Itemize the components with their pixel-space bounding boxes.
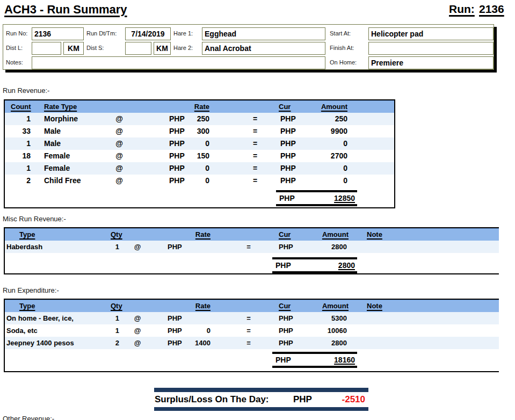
table-row: Haberdash 1 @ PHP = PHP 2800 bbox=[5, 241, 499, 253]
table-row: Jeepney 1400 pesos 2 @ PHP 1400 = PHP 28… bbox=[5, 337, 499, 349]
run-details-form: Run No: 2136 Run Dt/Tm: 7/14/2019 Hare 1… bbox=[3, 24, 494, 70]
misc-revenue-total-row: PHP 2800 bbox=[272, 257, 357, 273]
at-symbol: @ bbox=[130, 312, 144, 324]
equals-symbol: = bbox=[250, 162, 260, 175]
type-header: Type bbox=[19, 301, 35, 312]
note-header: Note bbox=[367, 229, 382, 240]
surplus-label: Surplus/Loss On The Day: bbox=[155, 392, 269, 407]
qty-cell: 1 bbox=[91, 241, 119, 253]
hare2-field[interactable]: Anal Acrobat bbox=[202, 42, 325, 55]
on-home-field[interactable]: Premiere bbox=[368, 56, 494, 69]
expenditure-header-row: Type Qty Rate Cur Amount Note bbox=[5, 300, 499, 312]
hare1-field[interactable]: Egghead bbox=[202, 27, 325, 40]
misc-revenue-section-label: Misc Run Revenue:- bbox=[3, 215, 66, 223]
at-symbol: @ bbox=[130, 241, 144, 253]
currency-cell: PHP bbox=[279, 337, 293, 349]
run-summary-report: ACH3 - Run Summary Run: 2136 Run No: 213… bbox=[0, 0, 515, 420]
count-cell: 18 bbox=[6, 150, 31, 162]
at-symbol: @ bbox=[130, 337, 144, 349]
qty-cell: 1 bbox=[91, 312, 119, 324]
at-symbol: @ bbox=[130, 324, 144, 337]
equals-symbol: = bbox=[243, 241, 254, 253]
dist-s-field[interactable] bbox=[125, 42, 151, 55]
total-currency: PHP bbox=[275, 259, 291, 271]
dist-s-unit: KM bbox=[154, 42, 171, 55]
finish-at-label: Finish At: bbox=[330, 45, 354, 51]
rate-cell: 0 bbox=[186, 162, 209, 175]
amount-cell: 10060 bbox=[295, 324, 347, 337]
misc-revenue-table: Type Qty Rate Cur Amount Note Haberdash … bbox=[4, 227, 499, 274]
rate-currency-cell: PHP bbox=[169, 125, 185, 137]
run-label: Run: bbox=[449, 3, 475, 16]
expenditure-table: Type Qty Rate Cur Amount Note On home - … bbox=[4, 299, 499, 372]
equals-symbol: = bbox=[250, 175, 260, 187]
equals-symbol: = bbox=[250, 150, 260, 162]
rate-currency-cell: PHP bbox=[169, 175, 185, 187]
dist-s-label: Dist S: bbox=[86, 45, 104, 51]
total-amount: 18160 bbox=[334, 354, 355, 366]
rate-cell: 0 bbox=[186, 175, 209, 187]
type-cell: Jeepney 1400 pesos bbox=[6, 337, 74, 349]
amount-cell: 0 bbox=[295, 162, 347, 175]
currency-cell: PHP bbox=[280, 175, 296, 187]
table-row: 2 Child Free @ PHP 0 = PHP 0 bbox=[5, 175, 394, 187]
at-symbol: @ bbox=[111, 125, 127, 137]
misc-revenue-header-row: Type Qty Rate Cur Amount Note bbox=[5, 228, 499, 241]
count-cell: 1 bbox=[6, 162, 31, 175]
qty-cell: 2 bbox=[91, 337, 119, 349]
rate-currency-cell: PHP bbox=[169, 162, 185, 175]
run-revenue-table: Count Rate Type Rate Cur Amount 1 Morphi… bbox=[4, 99, 395, 208]
cur-header: Cur bbox=[279, 301, 291, 312]
start-at-field[interactable]: Helicopter pad bbox=[368, 27, 494, 40]
count-cell: 33 bbox=[6, 125, 31, 137]
amount-header: Amount bbox=[295, 102, 347, 112]
hare1-label: Hare 1: bbox=[173, 30, 193, 37]
currency-cell: PHP bbox=[280, 113, 296, 125]
run-dttm-field[interactable]: 7/14/2019 bbox=[125, 27, 171, 40]
cur-header: Cur bbox=[279, 229, 291, 240]
surplus-value: -2510 bbox=[321, 392, 365, 407]
amount-cell: 250 bbox=[295, 113, 347, 125]
rate-cell: 0 bbox=[186, 137, 209, 150]
type-cell: On home - Beer, ice, bbox=[6, 312, 74, 324]
run-revenue-section-label: Run Revenue:- bbox=[3, 86, 49, 95]
finish-at-field[interactable] bbox=[368, 42, 494, 55]
rate-cell: 0 bbox=[182, 324, 211, 337]
equals-symbol: = bbox=[243, 312, 254, 324]
notes-label: Notes: bbox=[6, 59, 23, 66]
run-no-field[interactable]: 2136 bbox=[32, 27, 84, 40]
page-title: ACH3 - Run Summary bbox=[4, 3, 127, 17]
at-symbol: @ bbox=[111, 113, 127, 125]
table-row: On home - Beer, ice, 1 @ PHP = PHP 5300 bbox=[5, 312, 499, 324]
surplus-row: Surplus/Loss On The Day: PHP -2510 bbox=[154, 392, 368, 407]
total-amount: 2800 bbox=[338, 259, 355, 271]
surplus-currency: PHP bbox=[293, 392, 312, 407]
run-revenue-total-row: PHP 12850 bbox=[276, 190, 357, 206]
table-row: 1 Morphine @ PHP 250 = PHP 250 bbox=[5, 113, 394, 125]
table-row: 18 Female @ PHP 150 = PHP 2700 bbox=[5, 150, 394, 162]
rate-cell: 1400 bbox=[182, 337, 211, 349]
notes-field[interactable] bbox=[32, 56, 325, 69]
at-symbol: @ bbox=[111, 175, 127, 187]
table-row: 1 Female @ PHP 0 = PHP 0 bbox=[5, 162, 394, 175]
rate-currency-cell: PHP bbox=[169, 113, 185, 125]
amount-header: Amount bbox=[295, 301, 349, 312]
hare2-label: Hare 2: bbox=[173, 45, 193, 51]
count-cell: 2 bbox=[6, 175, 31, 187]
type-cell: Haberdash bbox=[6, 241, 42, 253]
total-amount: 12850 bbox=[334, 192, 355, 204]
currency-cell: PHP bbox=[280, 137, 296, 150]
currency-cell: PHP bbox=[280, 150, 296, 162]
currency-cell: PHP bbox=[279, 324, 293, 337]
rate-header: Rate bbox=[182, 229, 211, 240]
dist-l-field[interactable] bbox=[32, 42, 61, 55]
equals-symbol: = bbox=[243, 324, 254, 337]
run-no-label: Run No: bbox=[6, 30, 27, 37]
at-symbol: @ bbox=[111, 150, 127, 162]
run-dttm-label: Run Dt/Tm: bbox=[86, 30, 117, 37]
type-header: Type bbox=[19, 229, 35, 240]
rate-currency-cell: PHP bbox=[168, 241, 182, 253]
qty-header: Qty bbox=[111, 301, 122, 312]
note-header: Note bbox=[367, 301, 382, 312]
equals-symbol: = bbox=[250, 137, 260, 150]
